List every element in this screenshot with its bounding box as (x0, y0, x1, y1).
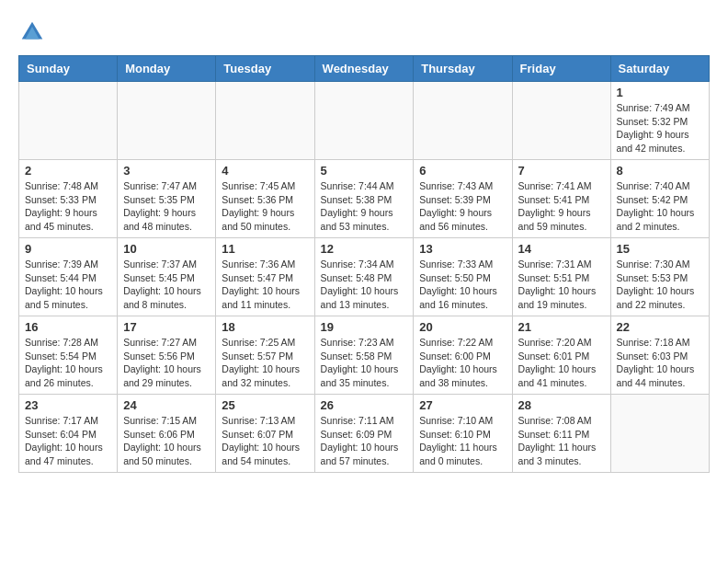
day-number: 19 (321, 320, 408, 334)
week-row-1: 1Sunrise: 7:49 AM Sunset: 5:32 PM Daylig… (19, 82, 710, 160)
calendar-header-row: SundayMondayTuesdayWednesdayThursdayFrid… (19, 56, 710, 82)
day-info: Sunrise: 7:08 AM Sunset: 6:11 PM Dayligh… (518, 414, 605, 468)
day-number: 6 (419, 164, 506, 178)
calendar-cell: 13Sunrise: 7:33 AM Sunset: 5:50 PM Dayli… (414, 238, 512, 316)
calendar-cell (314, 82, 414, 160)
page-header (18, 18, 710, 46)
calendar-cell: 19Sunrise: 7:23 AM Sunset: 5:58 PM Dayli… (314, 316, 414, 395)
calendar-cell: 2Sunrise: 7:48 AM Sunset: 5:33 PM Daylig… (19, 160, 118, 238)
day-info: Sunrise: 7:11 AM Sunset: 6:09 PM Dayligh… (321, 414, 408, 468)
calendar-cell: 25Sunrise: 7:13 AM Sunset: 6:07 PM Dayli… (216, 395, 314, 473)
calendar-cell: 24Sunrise: 7:15 AM Sunset: 6:06 PM Dayli… (118, 395, 216, 473)
calendar-header-monday: Monday (118, 56, 216, 82)
day-info: Sunrise: 7:37 AM Sunset: 5:45 PM Dayligh… (123, 258, 210, 312)
day-info: Sunrise: 7:22 AM Sunset: 6:00 PM Dayligh… (419, 336, 506, 390)
calendar-table: SundayMondayTuesdayWednesdayThursdayFrid… (18, 55, 710, 473)
day-number: 16 (25, 320, 111, 334)
day-info: Sunrise: 7:13 AM Sunset: 6:07 PM Dayligh… (222, 414, 308, 468)
day-info: Sunrise: 7:36 AM Sunset: 5:47 PM Dayligh… (222, 258, 308, 312)
calendar-header-saturday: Saturday (610, 56, 709, 82)
calendar-cell (118, 82, 216, 160)
calendar-cell: 7Sunrise: 7:41 AM Sunset: 5:41 PM Daylig… (512, 160, 610, 238)
calendar-cell: 26Sunrise: 7:11 AM Sunset: 6:09 PM Dayli… (314, 395, 414, 473)
calendar-header-sunday: Sunday (19, 56, 118, 82)
calendar-cell: 9Sunrise: 7:39 AM Sunset: 5:44 PM Daylig… (19, 238, 118, 316)
logo (18, 18, 50, 46)
day-number: 15 (617, 242, 703, 256)
calendar-cell: 11Sunrise: 7:36 AM Sunset: 5:47 PM Dayli… (216, 238, 314, 316)
day-info: Sunrise: 7:45 AM Sunset: 5:36 PM Dayligh… (222, 179, 308, 234)
calendar-cell: 6Sunrise: 7:43 AM Sunset: 5:39 PM Daylig… (414, 160, 512, 238)
calendar-cell: 22Sunrise: 7:18 AM Sunset: 6:03 PM Dayli… (610, 316, 709, 395)
calendar-cell: 8Sunrise: 7:40 AM Sunset: 5:42 PM Daylig… (610, 160, 709, 238)
calendar-cell (610, 395, 709, 473)
day-info: Sunrise: 7:30 AM Sunset: 5:53 PM Dayligh… (617, 258, 703, 312)
day-info: Sunrise: 7:41 AM Sunset: 5:41 PM Dayligh… (518, 179, 605, 234)
week-row-5: 23Sunrise: 7:17 AM Sunset: 6:04 PM Dayli… (19, 395, 710, 473)
day-info: Sunrise: 7:28 AM Sunset: 5:54 PM Dayligh… (25, 336, 111, 390)
day-number: 21 (518, 320, 605, 334)
day-number: 28 (518, 398, 605, 412)
day-number: 2 (25, 164, 111, 178)
calendar-cell (216, 82, 314, 160)
calendar-header-wednesday: Wednesday (314, 56, 414, 82)
day-number: 22 (617, 320, 703, 334)
calendar-header-thursday: Thursday (414, 56, 512, 82)
day-number: 11 (222, 242, 308, 256)
day-number: 12 (321, 242, 408, 256)
week-row-3: 9Sunrise: 7:39 AM Sunset: 5:44 PM Daylig… (19, 238, 710, 316)
day-info: Sunrise: 7:23 AM Sunset: 5:58 PM Dayligh… (321, 336, 408, 390)
day-info: Sunrise: 7:43 AM Sunset: 5:39 PM Dayligh… (419, 179, 506, 234)
day-info: Sunrise: 7:39 AM Sunset: 5:44 PM Dayligh… (25, 258, 111, 312)
day-info: Sunrise: 7:20 AM Sunset: 6:01 PM Dayligh… (518, 336, 605, 390)
day-number: 9 (25, 242, 111, 256)
day-number: 25 (222, 398, 308, 412)
calendar-cell: 4Sunrise: 7:45 AM Sunset: 5:36 PM Daylig… (216, 160, 314, 238)
calendar-cell (512, 82, 610, 160)
day-number: 1 (617, 86, 703, 99)
day-number: 24 (123, 398, 210, 412)
day-number: 17 (123, 320, 210, 334)
day-info: Sunrise: 7:15 AM Sunset: 6:06 PM Dayligh… (123, 414, 210, 468)
calendar-cell: 17Sunrise: 7:27 AM Sunset: 5:56 PM Dayli… (118, 316, 216, 395)
day-number: 23 (25, 398, 111, 412)
day-info: Sunrise: 7:47 AM Sunset: 5:35 PM Dayligh… (123, 179, 210, 234)
calendar-cell: 18Sunrise: 7:25 AM Sunset: 5:57 PM Dayli… (216, 316, 314, 395)
calendar-cell: 20Sunrise: 7:22 AM Sunset: 6:00 PM Dayli… (414, 316, 512, 395)
day-info: Sunrise: 7:17 AM Sunset: 6:04 PM Dayligh… (25, 414, 111, 468)
calendar-cell: 3Sunrise: 7:47 AM Sunset: 5:35 PM Daylig… (118, 160, 216, 238)
week-row-2: 2Sunrise: 7:48 AM Sunset: 5:33 PM Daylig… (19, 160, 710, 238)
day-number: 4 (222, 164, 308, 178)
day-number: 10 (123, 242, 210, 256)
day-info: Sunrise: 7:27 AM Sunset: 5:56 PM Dayligh… (123, 336, 210, 390)
week-row-4: 16Sunrise: 7:28 AM Sunset: 5:54 PM Dayli… (19, 316, 710, 395)
day-info: Sunrise: 7:10 AM Sunset: 6:10 PM Dayligh… (419, 414, 506, 468)
calendar-header-tuesday: Tuesday (216, 56, 314, 82)
calendar-cell: 14Sunrise: 7:31 AM Sunset: 5:51 PM Dayli… (512, 238, 610, 316)
calendar-cell: 28Sunrise: 7:08 AM Sunset: 6:11 PM Dayli… (512, 395, 610, 473)
day-info: Sunrise: 7:40 AM Sunset: 5:42 PM Dayligh… (617, 179, 703, 234)
day-number: 14 (518, 242, 605, 256)
calendar-cell: 15Sunrise: 7:30 AM Sunset: 5:53 PM Dayli… (610, 238, 709, 316)
day-info: Sunrise: 7:44 AM Sunset: 5:38 PM Dayligh… (321, 179, 408, 234)
day-number: 18 (222, 320, 308, 334)
day-info: Sunrise: 7:18 AM Sunset: 6:03 PM Dayligh… (617, 336, 703, 390)
calendar-header-friday: Friday (512, 56, 610, 82)
logo-icon (18, 18, 46, 46)
day-number: 27 (419, 398, 506, 412)
calendar-cell (414, 82, 512, 160)
day-number: 26 (321, 398, 408, 412)
calendar-cell: 5Sunrise: 7:44 AM Sunset: 5:38 PM Daylig… (314, 160, 414, 238)
day-info: Sunrise: 7:34 AM Sunset: 5:48 PM Dayligh… (321, 258, 408, 312)
calendar-cell: 10Sunrise: 7:37 AM Sunset: 5:45 PM Dayli… (118, 238, 216, 316)
day-info: Sunrise: 7:49 AM Sunset: 5:32 PM Dayligh… (617, 101, 703, 155)
calendar-cell: 12Sunrise: 7:34 AM Sunset: 5:48 PM Dayli… (314, 238, 414, 316)
calendar-cell (19, 82, 118, 160)
day-number: 7 (518, 164, 605, 178)
day-info: Sunrise: 7:48 AM Sunset: 5:33 PM Dayligh… (25, 179, 111, 234)
calendar-cell: 27Sunrise: 7:10 AM Sunset: 6:10 PM Dayli… (414, 395, 512, 473)
calendar-cell: 21Sunrise: 7:20 AM Sunset: 6:01 PM Dayli… (512, 316, 610, 395)
day-number: 13 (419, 242, 506, 256)
calendar-cell: 23Sunrise: 7:17 AM Sunset: 6:04 PM Dayli… (19, 395, 118, 473)
day-info: Sunrise: 7:25 AM Sunset: 5:57 PM Dayligh… (222, 336, 308, 390)
